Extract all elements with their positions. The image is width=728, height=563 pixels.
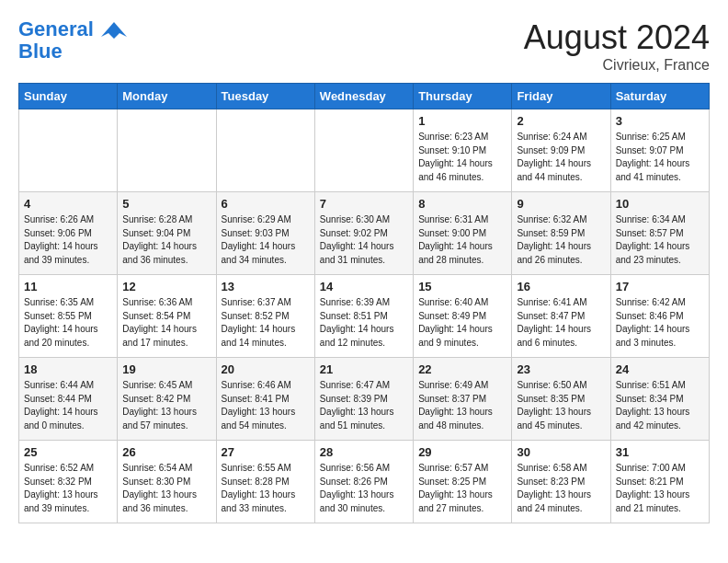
calendar-cell: 21Sunrise: 6:47 AM Sunset: 8:39 PM Dayli… <box>314 358 413 441</box>
day-info: Sunrise: 6:52 AM Sunset: 8:32 PM Dayligh… <box>24 462 112 515</box>
calendar-cell: 24Sunrise: 6:51 AM Sunset: 8:34 PM Dayli… <box>610 358 709 441</box>
calendar-cell: 15Sunrise: 6:40 AM Sunset: 8:49 PM Dayli… <box>414 275 512 358</box>
day-number: 31 <box>616 445 704 459</box>
day-info: Sunrise: 6:41 AM Sunset: 8:47 PM Dayligh… <box>517 296 605 350</box>
day-info: Sunrise: 6:39 AM Sunset: 8:51 PM Dayligh… <box>320 296 408 350</box>
calendar-header: SundayMondayTuesdayWednesdayThursdayFrid… <box>19 84 710 109</box>
calendar-cell: 4Sunrise: 6:26 AM Sunset: 9:06 PM Daylig… <box>19 192 118 275</box>
calendar-cell: 26Sunrise: 6:54 AM Sunset: 8:30 PM Dayli… <box>118 441 216 523</box>
calendar-cell: 18Sunrise: 6:44 AM Sunset: 8:44 PM Dayli… <box>19 358 118 441</box>
col-header-monday: Monday <box>118 84 216 109</box>
day-info: Sunrise: 6:44 AM Sunset: 8:44 PM Dayligh… <box>24 379 112 432</box>
calendar-cell <box>19 109 118 192</box>
day-info: Sunrise: 6:23 AM Sunset: 9:10 PM Dayligh… <box>418 131 506 184</box>
calendar-table: SundayMondayTuesdayWednesdayThursdayFrid… <box>18 83 710 523</box>
day-number: 16 <box>517 280 605 293</box>
day-number: 11 <box>24 280 112 293</box>
day-number: 3 <box>616 114 704 128</box>
day-number: 15 <box>418 280 506 293</box>
day-info: Sunrise: 6:32 AM Sunset: 8:59 PM Dayligh… <box>517 213 605 267</box>
day-info: Sunrise: 6:35 AM Sunset: 8:55 PM Dayligh… <box>24 296 112 350</box>
day-info: Sunrise: 6:56 AM Sunset: 8:26 PM Dayligh… <box>320 462 408 515</box>
calendar-cell <box>118 109 216 192</box>
calendar-cell: 5Sunrise: 6:28 AM Sunset: 9:04 PM Daylig… <box>118 192 216 275</box>
calendar-cell: 10Sunrise: 6:34 AM Sunset: 8:57 PM Dayli… <box>610 192 709 275</box>
calendar-cell: 17Sunrise: 6:42 AM Sunset: 8:46 PM Dayli… <box>610 275 709 358</box>
logo: General Blue <box>18 18 127 63</box>
page-header: General Blue August 2024 Civrieux, Franc… <box>18 18 710 74</box>
calendar-cell: 31Sunrise: 7:00 AM Sunset: 8:21 PM Dayli… <box>610 441 709 523</box>
calendar-week-row: 25Sunrise: 6:52 AM Sunset: 8:32 PM Dayli… <box>19 441 710 523</box>
day-info: Sunrise: 6:40 AM Sunset: 8:49 PM Dayligh… <box>418 296 506 350</box>
day-number: 12 <box>122 280 210 293</box>
calendar-cell: 30Sunrise: 6:58 AM Sunset: 8:23 PM Dayli… <box>512 441 610 523</box>
calendar-week-row: 11Sunrise: 6:35 AM Sunset: 8:55 PM Dayli… <box>19 275 710 358</box>
day-number: 2 <box>517 114 605 128</box>
day-info: Sunrise: 6:49 AM Sunset: 8:37 PM Dayligh… <box>418 379 506 432</box>
calendar-cell: 22Sunrise: 6:49 AM Sunset: 8:37 PM Dayli… <box>414 358 512 441</box>
calendar-week-row: 18Sunrise: 6:44 AM Sunset: 8:44 PM Dayli… <box>19 358 710 441</box>
day-number: 21 <box>320 362 408 376</box>
logo-text: General <box>18 18 127 40</box>
logo-bird-icon <box>101 20 127 40</box>
calendar-cell: 9Sunrise: 6:32 AM Sunset: 8:59 PM Daylig… <box>512 192 610 275</box>
day-info: Sunrise: 6:24 AM Sunset: 9:09 PM Dayligh… <box>517 131 605 184</box>
day-info: Sunrise: 6:42 AM Sunset: 8:46 PM Dayligh… <box>616 296 704 350</box>
calendar-cell: 27Sunrise: 6:55 AM Sunset: 8:28 PM Dayli… <box>216 441 314 523</box>
day-info: Sunrise: 6:28 AM Sunset: 9:04 PM Dayligh… <box>122 213 210 267</box>
col-header-tuesday: Tuesday <box>216 84 314 109</box>
day-number: 9 <box>517 197 605 211</box>
calendar-cell: 25Sunrise: 6:52 AM Sunset: 8:32 PM Dayli… <box>19 441 118 523</box>
day-info: Sunrise: 6:58 AM Sunset: 8:23 PM Dayligh… <box>517 462 605 515</box>
day-number: 7 <box>320 197 408 211</box>
day-info: Sunrise: 6:36 AM Sunset: 8:54 PM Dayligh… <box>122 296 210 350</box>
day-info: Sunrise: 6:25 AM Sunset: 9:07 PM Dayligh… <box>616 131 704 184</box>
calendar-cell: 20Sunrise: 6:46 AM Sunset: 8:41 PM Dayli… <box>216 358 314 441</box>
day-number: 20 <box>222 362 310 376</box>
calendar-cell <box>314 109 413 192</box>
day-number: 29 <box>418 445 506 459</box>
day-number: 22 <box>418 362 506 376</box>
calendar-cell: 14Sunrise: 6:39 AM Sunset: 8:51 PM Dayli… <box>314 275 413 358</box>
calendar-cell: 29Sunrise: 6:57 AM Sunset: 8:25 PM Dayli… <box>414 441 512 523</box>
day-info: Sunrise: 6:30 AM Sunset: 9:02 PM Dayligh… <box>320 213 408 267</box>
day-info: Sunrise: 6:47 AM Sunset: 8:39 PM Dayligh… <box>320 379 408 432</box>
day-info: Sunrise: 6:37 AM Sunset: 8:52 PM Dayligh… <box>222 296 310 350</box>
calendar-cell: 1Sunrise: 6:23 AM Sunset: 9:10 PM Daylig… <box>414 109 512 192</box>
calendar-cell <box>216 109 314 192</box>
day-number: 4 <box>24 197 112 211</box>
col-header-saturday: Saturday <box>610 84 709 109</box>
calendar-cell: 23Sunrise: 6:50 AM Sunset: 8:35 PM Dayli… <box>512 358 610 441</box>
location: Civrieux, France <box>524 57 710 74</box>
col-header-sunday: Sunday <box>19 84 118 109</box>
col-header-wednesday: Wednesday <box>314 84 413 109</box>
day-number: 14 <box>320 280 408 293</box>
day-number: 5 <box>122 197 210 211</box>
day-info: Sunrise: 6:34 AM Sunset: 8:57 PM Dayligh… <box>616 213 704 267</box>
day-number: 19 <box>122 362 210 376</box>
day-number: 1 <box>418 114 506 128</box>
day-number: 13 <box>222 280 310 293</box>
svg-marker-0 <box>101 22 127 39</box>
day-info: Sunrise: 6:54 AM Sunset: 8:30 PM Dayligh… <box>122 462 210 515</box>
title-block: August 2024 Civrieux, France <box>524 18 710 74</box>
day-info: Sunrise: 6:46 AM Sunset: 8:41 PM Dayligh… <box>222 379 310 432</box>
month-title: August 2024 <box>524 18 710 57</box>
calendar-cell: 6Sunrise: 6:29 AM Sunset: 9:03 PM Daylig… <box>216 192 314 275</box>
day-number: 26 <box>122 445 210 459</box>
day-info: Sunrise: 7:00 AM Sunset: 8:21 PM Dayligh… <box>616 462 704 515</box>
day-number: 18 <box>24 362 112 376</box>
day-info: Sunrise: 6:50 AM Sunset: 8:35 PM Dayligh… <box>517 379 605 432</box>
day-info: Sunrise: 6:29 AM Sunset: 9:03 PM Dayligh… <box>222 213 310 267</box>
calendar-week-row: 4Sunrise: 6:26 AM Sunset: 9:06 PM Daylig… <box>19 192 710 275</box>
day-number: 28 <box>320 445 408 459</box>
day-info: Sunrise: 6:57 AM Sunset: 8:25 PM Dayligh… <box>418 462 506 515</box>
calendar-cell: 28Sunrise: 6:56 AM Sunset: 8:26 PM Dayli… <box>314 441 413 523</box>
calendar-cell: 13Sunrise: 6:37 AM Sunset: 8:52 PM Dayli… <box>216 275 314 358</box>
day-info: Sunrise: 6:26 AM Sunset: 9:06 PM Dayligh… <box>24 213 112 267</box>
day-number: 24 <box>616 362 704 376</box>
day-info: Sunrise: 6:31 AM Sunset: 9:00 PM Dayligh… <box>418 213 506 267</box>
calendar-cell: 2Sunrise: 6:24 AM Sunset: 9:09 PM Daylig… <box>512 109 610 192</box>
calendar-cell: 19Sunrise: 6:45 AM Sunset: 8:42 PM Dayli… <box>118 358 216 441</box>
calendar-week-row: 1Sunrise: 6:23 AM Sunset: 9:10 PM Daylig… <box>19 109 710 192</box>
